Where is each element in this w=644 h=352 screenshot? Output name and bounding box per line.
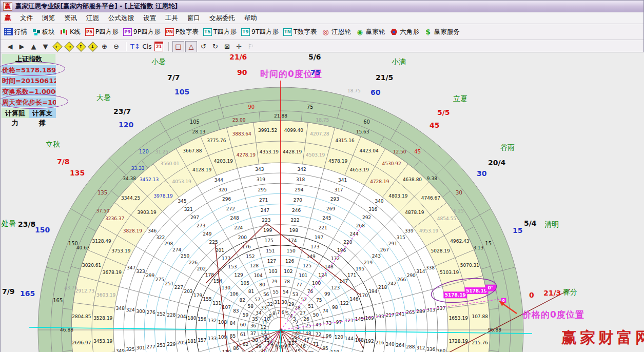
svg-text:54: 54 — [283, 289, 289, 295]
svg-text:27: 27 — [300, 310, 305, 316]
svg-text:43.75: 43.75 — [64, 285, 77, 290]
cls-button[interactable]: Cls — [142, 42, 152, 52]
shift-up-button[interactable]: ↑ — [75, 42, 86, 52]
svg-text:144: 144 — [345, 336, 354, 341]
nav-up-button[interactable]: ▲ — [28, 42, 39, 52]
shift-down-button[interactable]: ↓ — [87, 42, 98, 52]
svg-text:5070.31: 5070.31 — [460, 263, 479, 268]
rim-label: 23/7 — [113, 108, 131, 115]
svg-text:223: 223 — [262, 218, 270, 223]
svg-text:247: 247 — [261, 208, 269, 213]
svg-text:119: 119 — [330, 349, 339, 352]
calc-support-button[interactable]: 计算支撑 — [29, 108, 56, 118]
toolbar-button-winner-service[interactable]: $赢家服务 — [424, 28, 460, 36]
rotate-ccw-button[interactable]: ↺ — [198, 42, 209, 52]
svg-text:319: 319 — [257, 177, 265, 182]
svg-text:86: 86 — [233, 346, 239, 351]
svg-text:77: 77 — [296, 282, 302, 287]
menu-item-公式选股[interactable]: 公式选股 — [104, 13, 139, 23]
rim-label: 7/8 — [57, 158, 70, 165]
svg-text:4053.19: 4053.19 — [172, 179, 191, 184]
toolbar-button-kline[interactable]: K线 — [60, 28, 81, 36]
svg-text:2912.73: 2912.73 — [75, 288, 94, 294]
price-field[interactable]: 价格=5178.1899 — [2, 65, 56, 75]
step-field[interactable]: 周天变化步长=10 — [2, 97, 56, 107]
svg-text:51: 51 — [308, 304, 314, 309]
svg-text:3828.19: 3828.19 — [123, 228, 142, 233]
gann-wheel-canvas[interactable]: 1234567891011121314151617181920212223242… — [1, 52, 644, 352]
svg-text:270: 270 — [294, 198, 302, 203]
svg-text:120: 120 — [335, 335, 343, 340]
nav-left-button[interactable]: ◀ — [5, 42, 15, 52]
toolbar-button-hexagon[interactable]: 六角形 — [389, 28, 419, 36]
9p-square-label: 9P四方形 — [133, 28, 161, 36]
toolbar-button-t-table[interactable]: TNT数字表 — [283, 28, 317, 36]
svg-text:275: 275 — [155, 277, 164, 282]
svg-text:78: 78 — [284, 279, 290, 284]
nav-right-button[interactable]: ▶ — [16, 42, 27, 52]
menu-item-工具[interactable]: 工具 — [161, 13, 183, 23]
coefficient-field[interactable]: 变换系数=1.00000 — [2, 87, 56, 96]
triangle-tool-button[interactable]: △ — [185, 41, 197, 52]
svg-text:176: 176 — [242, 244, 251, 249]
menu-item-交易委托[interactable]: 交易委托 — [205, 13, 240, 23]
toolbar-button-t-square[interactable]: TST四方形 — [203, 28, 237, 36]
rim-label: 立秋 — [46, 141, 60, 148]
toolbar-button-gann-wheel[interactable]: ◎江恩轮 — [321, 28, 351, 36]
menu-item-资讯[interactable]: 资讯 — [60, 13, 82, 23]
svg-text:273: 273 — [197, 223, 205, 228]
svg-text:104: 104 — [254, 273, 263, 278]
svg-text:252: 252 — [157, 311, 165, 317]
calc-resistance-button[interactable]: 计算阻力 — [2, 108, 29, 118]
toolbar-button-quotes[interactable]: 行情 — [4, 28, 27, 36]
toolbar-button-p-square[interactable]: PSP四方形 — [85, 28, 119, 36]
svg-text:3528.19: 3528.19 — [93, 316, 112, 321]
calendar-button[interactable]: 21 — [153, 42, 164, 52]
svg-text:34: 34 — [256, 310, 262, 316]
zoom-out-button[interactable]: ⊖ — [111, 42, 122, 52]
delete-box-button[interactable]: ⊠ — [222, 42, 232, 52]
svg-text:105: 105 — [241, 281, 249, 286]
toolbar-button-winner-wheel[interactable]: ◉赢家轮 — [356, 28, 385, 36]
svg-text:60: 60 — [363, 119, 370, 125]
svg-text:224: 224 — [234, 225, 243, 230]
hexagon-label: 六角形 — [400, 28, 419, 36]
converge-button[interactable]: ✛ — [233, 42, 244, 52]
menu-item-窗口[interactable]: 窗口 — [183, 13, 205, 23]
p-table-label: P数字表 — [175, 28, 199, 36]
rotate-cw-button[interactable]: ↻ — [210, 42, 221, 52]
menu-item-江恩[interactable]: 江恩 — [82, 13, 104, 23]
svg-text:120: 120 — [139, 149, 149, 154]
menu-bar: 赢 文件浏览资讯江恩公式选股设置工具窗口交易委托帮助 — [1, 12, 643, 24]
svg-text:107.88: 107.88 — [472, 314, 488, 319]
nav-down-button[interactable]: ▼ — [40, 42, 51, 52]
svg-text:122: 122 — [340, 301, 349, 306]
square-tool-button[interactable]: □ — [172, 41, 184, 52]
rim-label: 21/3 — [543, 289, 561, 297]
shift-right-button[interactable]: → — [64, 42, 74, 52]
svg-text:75: 75 — [307, 104, 314, 110]
svg-text:133: 133 — [208, 336, 217, 341]
toolbar-button-9p-square[interactable]: P99P四方形 — [123, 28, 161, 36]
menu-item-浏览[interactable]: 浏览 — [37, 13, 60, 23]
rim-label: 45 — [430, 122, 439, 129]
title-bar[interactable]: 赢 赢家江恩专业版[赢家内部服务平台] - [上证指数 江恩轮] — [1, 1, 643, 12]
toolbar-button-sectors[interactable]: 板块 — [32, 28, 55, 36]
svg-text:3978.19: 3978.19 — [154, 193, 173, 199]
menu-item-设置[interactable]: 设置 — [139, 13, 161, 23]
menu-item-帮助[interactable]: 帮助 — [240, 13, 262, 23]
shift-left-button[interactable]: ← — [52, 42, 63, 52]
svg-text:197: 197 — [315, 235, 323, 240]
zoom-in-button[interactable]: ⊕ — [99, 42, 110, 52]
svg-text:170: 170 — [359, 293, 368, 298]
menu-item-文件[interactable]: 文件 — [15, 13, 37, 23]
date-field[interactable]: 时间=20150612 — [2, 76, 56, 86]
svg-text:55: 55 — [273, 289, 279, 295]
svg-text:298: 298 — [164, 241, 173, 246]
pin-button[interactable]: ⚐ — [245, 42, 256, 52]
svg-text:200: 200 — [238, 235, 247, 240]
toolbar-button-p-table[interactable]: PNP数字表 — [165, 28, 199, 36]
t-updown-button[interactable]: T↕ — [130, 42, 141, 52]
toolbar-button-9t-square[interactable]: T99T四方形 — [241, 28, 279, 36]
svg-text:193: 193 — [376, 314, 384, 319]
